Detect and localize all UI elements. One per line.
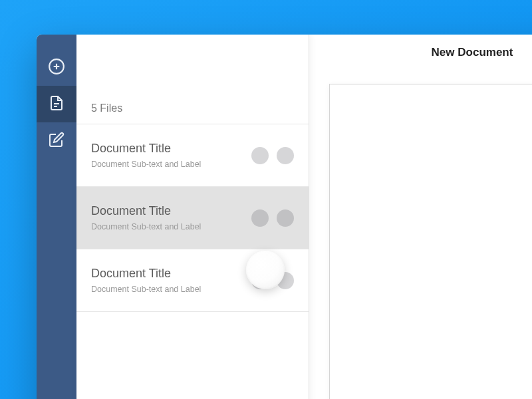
action-dot[interactable] bbox=[277, 209, 294, 227]
main-area: New Document bbox=[309, 35, 532, 399]
file-panel: 5 Files Document Title Document Sub-text… bbox=[76, 35, 309, 399]
file-title: Document Title bbox=[91, 142, 201, 156]
nav-documents[interactable] bbox=[37, 86, 76, 122]
file-actions bbox=[251, 147, 294, 164]
file-meta: Document Title Document Sub-text and Lab… bbox=[91, 142, 201, 169]
app-window: 5 Files Document Title Document Sub-text… bbox=[37, 35, 532, 399]
nav-compose[interactable] bbox=[37, 122, 76, 159]
file-title: Document Title bbox=[91, 267, 201, 281]
touch-cursor-indicator bbox=[246, 251, 285, 289]
plus-circle-icon bbox=[48, 58, 65, 78]
edit-icon bbox=[49, 132, 65, 150]
file-item[interactable]: Document Title Document Sub-text and Lab… bbox=[76, 124, 309, 187]
file-subtitle: Document Sub-text and Label bbox=[91, 285, 201, 294]
file-actions bbox=[251, 209, 294, 227]
file-meta: Document Title Document Sub-text and Lab… bbox=[91, 204, 201, 231]
action-dot[interactable] bbox=[277, 147, 294, 164]
nav-add[interactable] bbox=[37, 49, 76, 86]
file-meta: Document Title Document Sub-text and Lab… bbox=[91, 267, 201, 294]
file-title: Document Title bbox=[91, 204, 201, 218]
nav-rail bbox=[37, 35, 76, 399]
document-icon bbox=[49, 95, 65, 114]
document-title-header: New Document bbox=[309, 35, 532, 66]
file-count-label: 5 Files bbox=[91, 102, 294, 114]
file-panel-header: 5 Files bbox=[76, 35, 309, 124]
file-subtitle: Document Sub-text and Label bbox=[91, 160, 201, 169]
file-item[interactable]: Document Title Document Sub-text and Lab… bbox=[76, 187, 309, 249]
action-dot[interactable] bbox=[251, 209, 269, 227]
file-subtitle: Document Sub-text and Label bbox=[91, 222, 201, 231]
action-dot[interactable] bbox=[251, 147, 269, 164]
document-canvas[interactable] bbox=[329, 84, 532, 399]
